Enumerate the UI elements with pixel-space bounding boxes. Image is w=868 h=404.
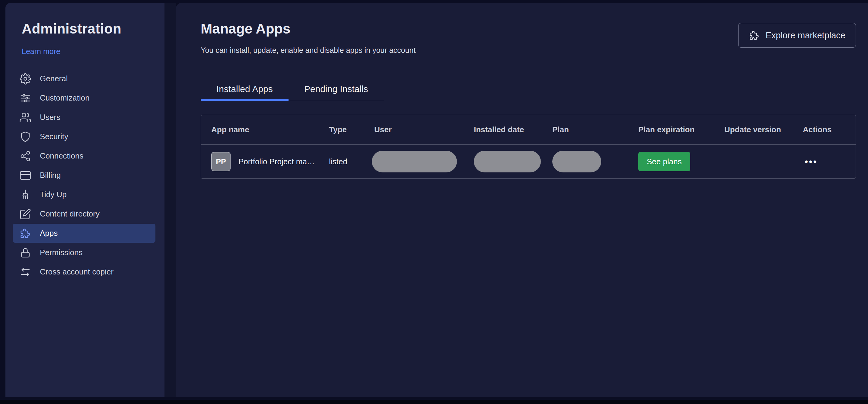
sidebar-item-label: Apps xyxy=(40,229,58,238)
tab-label: Pending Installs xyxy=(304,84,368,94)
user-cell xyxy=(374,151,474,172)
table-row: PP Portfolio Project ma… listed See plan… xyxy=(201,145,856,178)
apps-tabs: Installed Apps Pending Installs xyxy=(201,78,384,100)
sidebar-item-label: Permissions xyxy=(40,248,83,257)
users-icon xyxy=(19,111,31,123)
document-edit-icon xyxy=(19,208,31,220)
sidebar-item-label: Security xyxy=(40,132,68,141)
see-plans-button[interactable]: See plans xyxy=(638,152,690,171)
sidebar-item-users[interactable]: Users xyxy=(13,108,155,127)
column-header-installed-date: Installed date xyxy=(474,125,552,134)
sidebar-item-billing[interactable]: Billing xyxy=(13,166,155,185)
sliders-icon xyxy=(19,92,31,104)
sidebar-menu: General Customization Users Security xyxy=(13,69,155,281)
sidebar-item-tidy-up[interactable]: Tidy Up xyxy=(13,185,155,204)
redacted-plan-pill xyxy=(552,151,601,172)
column-header-actions: Actions xyxy=(803,125,856,134)
tab-label: Installed Apps xyxy=(216,84,273,94)
plan-cell xyxy=(552,151,638,172)
sidebar-item-label: Customization xyxy=(40,93,90,103)
credit-card-icon xyxy=(19,169,31,181)
sidebar-item-apps[interactable]: Apps xyxy=(13,224,155,243)
redacted-date-pill xyxy=(474,151,541,172)
redacted-user-pill xyxy=(372,151,457,172)
app-type-cell: listed xyxy=(329,157,374,166)
column-header-user: User xyxy=(374,125,474,134)
sidebar-item-cross-account-copier[interactable]: Cross account copier xyxy=(13,262,155,281)
sidebar-item-label: Content directory xyxy=(40,209,100,219)
sidebar-item-general[interactable]: General xyxy=(13,69,155,88)
sidebar-item-label: Connections xyxy=(40,151,84,161)
column-header-plan: Plan xyxy=(552,125,638,134)
lock-icon xyxy=(19,247,31,259)
sidebar-item-security[interactable]: Security xyxy=(13,127,155,146)
ellipsis-icon: ••• xyxy=(805,156,817,167)
sidebar-title: Administration xyxy=(22,21,154,37)
panel-divider xyxy=(164,3,176,397)
app-name-text: Portfolio Project ma… xyxy=(239,157,315,166)
admin-window: Administration Learn more General Custom… xyxy=(5,3,868,397)
broom-icon xyxy=(19,189,31,201)
actions-cell: ••• xyxy=(803,154,856,169)
tab-pending-installs[interactable]: Pending Installs xyxy=(288,78,384,100)
sidebar-item-label: Cross account copier xyxy=(40,267,114,277)
app-name-cell: PP Portfolio Project ma… xyxy=(211,152,329,171)
sidebar-item-label: Billing xyxy=(40,171,61,180)
bottom-screen-edge xyxy=(0,400,868,404)
app-avatar: PP xyxy=(211,152,230,171)
admin-sidebar: Administration Learn more General Custom… xyxy=(5,3,164,397)
installed-apps-table: App name Type User Installed date Plan P… xyxy=(201,115,856,179)
puzzle-icon xyxy=(749,30,760,41)
more-actions-button[interactable]: ••• xyxy=(803,154,819,169)
nodes-icon xyxy=(19,150,31,162)
sidebar-item-connections[interactable]: Connections xyxy=(13,146,155,166)
sidebar-item-content-directory[interactable]: Content directory xyxy=(13,204,155,224)
column-header-type: Type xyxy=(329,125,374,134)
sidebar-item-customization[interactable]: Customization xyxy=(13,88,155,108)
plan-expiration-cell: See plans xyxy=(638,152,724,171)
column-header-plan-expiration: Plan expiration xyxy=(638,125,724,134)
installed-date-cell xyxy=(474,151,552,172)
explore-marketplace-button[interactable]: Explore marketplace xyxy=(738,23,856,48)
tab-installed-apps[interactable]: Installed Apps xyxy=(201,78,288,100)
manage-apps-panel: Manage Apps You can install, update, ena… xyxy=(176,3,868,397)
learn-more-link[interactable]: Learn more xyxy=(22,47,60,56)
gear-icon xyxy=(19,73,31,85)
shield-icon xyxy=(19,131,31,143)
column-header-app-name: App name xyxy=(211,125,329,134)
explore-marketplace-label: Explore marketplace xyxy=(766,30,845,40)
sidebar-item-label: Tidy Up xyxy=(40,190,67,199)
sidebar-item-permissions[interactable]: Permissions xyxy=(13,243,155,262)
puzzle-icon xyxy=(19,227,31,239)
table-header-row: App name Type User Installed date Plan P… xyxy=(201,115,856,145)
sidebar-item-label: General xyxy=(40,74,68,83)
sidebar-item-label: Users xyxy=(40,113,60,122)
column-header-update-version: Update version xyxy=(724,125,803,134)
transfer-arrows-icon xyxy=(19,266,31,278)
